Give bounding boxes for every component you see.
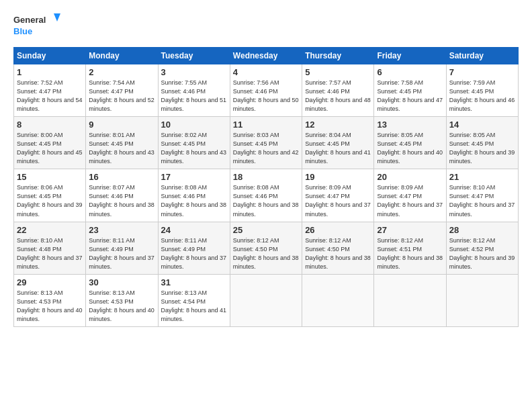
day-number: 20 — [377, 172, 443, 182]
day-number: 30 — [89, 277, 154, 287]
day-number: 17 — [161, 172, 227, 182]
col-header-tuesday: Tuesday — [158, 48, 230, 64]
calendar-cell: 24Sunrise: 8:11 AMSunset: 4:49 PMDayligh… — [158, 222, 230, 274]
calendar-cell: 6Sunrise: 7:58 AMSunset: 4:45 PMDaylight… — [374, 64, 446, 117]
calendar-cell: 2Sunrise: 7:54 AMSunset: 4:47 PMDaylight… — [86, 64, 158, 117]
day-number: 28 — [449, 225, 515, 235]
header: General Blue — [13, 12, 519, 40]
day-number: 13 — [377, 120, 443, 130]
calendar-cell: 31Sunrise: 8:13 AMSunset: 4:54 PMDayligh… — [158, 274, 230, 326]
day-number: 9 — [89, 120, 154, 130]
day-info: Sunrise: 8:03 AMSunset: 4:45 PMDaylight:… — [233, 132, 299, 165]
day-info: Sunrise: 8:09 AMSunset: 4:47 PMDaylight:… — [377, 184, 443, 217]
calendar-cell: 29Sunrise: 8:13 AMSunset: 4:53 PMDayligh… — [14, 274, 86, 326]
day-number: 25 — [233, 225, 299, 235]
calendar-cell: 8Sunrise: 8:00 AMSunset: 4:45 PMDaylight… — [14, 117, 86, 169]
calendar-cell: 3Sunrise: 7:55 AMSunset: 4:46 PMDaylight… — [158, 64, 230, 117]
logo-svg: General Blue — [13, 12, 60, 40]
day-info: Sunrise: 8:09 AMSunset: 4:47 PMDaylight:… — [305, 184, 371, 217]
calendar-cell: 21Sunrise: 8:10 AMSunset: 4:47 PMDayligh… — [446, 169, 518, 222]
calendar-cell: 25Sunrise: 8:12 AMSunset: 4:50 PMDayligh… — [230, 222, 302, 274]
day-number: 27 — [377, 225, 443, 235]
day-info: Sunrise: 7:59 AMSunset: 4:45 PMDaylight:… — [449, 79, 515, 112]
calendar-cell: 13Sunrise: 8:05 AMSunset: 4:45 PMDayligh… — [374, 117, 446, 169]
day-number: 16 — [89, 172, 154, 182]
day-number: 15 — [17, 172, 83, 182]
day-number: 12 — [305, 120, 371, 130]
svg-marker-1 — [54, 13, 60, 21]
calendar-cell — [374, 274, 446, 326]
day-number: 18 — [233, 172, 299, 182]
day-info: Sunrise: 7:57 AMSunset: 4:46 PMDaylight:… — [305, 79, 371, 112]
day-number: 31 — [161, 277, 227, 287]
calendar-cell: 5Sunrise: 7:57 AMSunset: 4:46 PMDaylight… — [302, 64, 374, 117]
calendar-cell: 7Sunrise: 7:59 AMSunset: 4:45 PMDaylight… — [446, 64, 518, 117]
calendar-cell: 20Sunrise: 8:09 AMSunset: 4:47 PMDayligh… — [374, 169, 446, 222]
calendar-cell — [230, 274, 302, 326]
day-info: Sunrise: 7:56 AMSunset: 4:46 PMDaylight:… — [233, 79, 299, 112]
svg-text:General: General — [13, 15, 46, 25]
calendar-cell: 16Sunrise: 8:07 AMSunset: 4:46 PMDayligh… — [86, 169, 158, 222]
day-number: 7 — [449, 67, 515, 77]
day-info: Sunrise: 8:08 AMSunset: 4:46 PMDaylight:… — [161, 184, 227, 217]
calendar-cell: 22Sunrise: 8:10 AMSunset: 4:48 PMDayligh… — [14, 222, 86, 274]
day-info: Sunrise: 8:11 AMSunset: 4:49 PMDaylight:… — [89, 237, 154, 270]
day-info: Sunrise: 8:13 AMSunset: 4:53 PMDaylight:… — [89, 289, 154, 322]
page: General Blue SundayMondayTuesdayWednesda… — [0, 0, 532, 411]
day-number: 4 — [233, 67, 299, 77]
day-number: 22 — [17, 225, 83, 235]
day-info: Sunrise: 8:05 AMSunset: 4:45 PMDaylight:… — [377, 132, 443, 165]
calendar-cell: 14Sunrise: 8:05 AMSunset: 4:45 PMDayligh… — [446, 117, 518, 169]
day-info: Sunrise: 8:13 AMSunset: 4:53 PMDaylight:… — [17, 289, 83, 322]
calendar-cell: 4Sunrise: 7:56 AMSunset: 4:46 PMDaylight… — [230, 64, 302, 117]
day-info: Sunrise: 8:12 AMSunset: 4:50 PMDaylight:… — [305, 237, 371, 270]
day-info: Sunrise: 8:08 AMSunset: 4:46 PMDaylight:… — [233, 184, 299, 217]
day-number: 26 — [305, 225, 371, 235]
calendar-cell: 28Sunrise: 8:12 AMSunset: 4:52 PMDayligh… — [446, 222, 518, 274]
col-header-wednesday: Wednesday — [230, 48, 302, 64]
day-number: 14 — [449, 120, 515, 130]
calendar-cell: 27Sunrise: 8:12 AMSunset: 4:51 PMDayligh… — [374, 222, 446, 274]
calendar-cell: 19Sunrise: 8:09 AMSunset: 4:47 PMDayligh… — [302, 169, 374, 222]
day-info: Sunrise: 8:00 AMSunset: 4:45 PMDaylight:… — [17, 132, 83, 165]
day-number: 23 — [89, 225, 154, 235]
day-number: 3 — [161, 67, 227, 77]
day-number: 6 — [377, 67, 443, 77]
day-info: Sunrise: 8:13 AMSunset: 4:54 PMDaylight:… — [161, 289, 227, 322]
calendar-cell: 9Sunrise: 8:01 AMSunset: 4:45 PMDaylight… — [86, 117, 158, 169]
col-header-thursday: Thursday — [302, 48, 374, 64]
calendar-table: SundayMondayTuesdayWednesdayThursdayFrid… — [13, 47, 519, 327]
day-info: Sunrise: 8:10 AMSunset: 4:48 PMDaylight:… — [17, 237, 83, 270]
week-row-5: 29Sunrise: 8:13 AMSunset: 4:53 PMDayligh… — [14, 274, 519, 326]
calendar-cell: 12Sunrise: 8:04 AMSunset: 4:45 PMDayligh… — [302, 117, 374, 169]
day-info: Sunrise: 8:05 AMSunset: 4:45 PMDaylight:… — [449, 132, 515, 165]
col-header-saturday: Saturday — [446, 48, 518, 64]
calendar-cell: 26Sunrise: 8:12 AMSunset: 4:50 PMDayligh… — [302, 222, 374, 274]
day-number: 19 — [305, 172, 371, 182]
day-number: 10 — [161, 120, 227, 130]
calendar-cell: 18Sunrise: 8:08 AMSunset: 4:46 PMDayligh… — [230, 169, 302, 222]
day-number: 2 — [89, 67, 154, 77]
col-header-sunday: Sunday — [14, 48, 86, 64]
day-number: 29 — [17, 277, 83, 287]
calendar-cell — [302, 274, 374, 326]
col-header-friday: Friday — [374, 48, 446, 64]
day-info: Sunrise: 8:12 AMSunset: 4:50 PMDaylight:… — [233, 237, 299, 270]
day-info: Sunrise: 7:58 AMSunset: 4:45 PMDaylight:… — [377, 79, 443, 112]
day-info: Sunrise: 8:04 AMSunset: 4:45 PMDaylight:… — [305, 132, 371, 165]
calendar-cell: 23Sunrise: 8:11 AMSunset: 4:49 PMDayligh… — [86, 222, 158, 274]
week-row-4: 22Sunrise: 8:10 AMSunset: 4:48 PMDayligh… — [14, 222, 519, 274]
week-row-1: 1Sunrise: 7:52 AMSunset: 4:47 PMDaylight… — [14, 64, 519, 117]
week-row-3: 15Sunrise: 8:06 AMSunset: 4:45 PMDayligh… — [14, 169, 519, 222]
calendar-cell — [446, 274, 518, 326]
day-number: 1 — [17, 67, 83, 77]
day-info: Sunrise: 8:11 AMSunset: 4:49 PMDaylight:… — [161, 237, 227, 270]
calendar-cell: 11Sunrise: 8:03 AMSunset: 4:45 PMDayligh… — [230, 117, 302, 169]
day-info: Sunrise: 7:52 AMSunset: 4:47 PMDaylight:… — [17, 79, 83, 112]
day-info: Sunrise: 8:07 AMSunset: 4:46 PMDaylight:… — [89, 184, 154, 217]
day-number: 11 — [233, 120, 299, 130]
svg-text:Blue: Blue — [13, 26, 32, 36]
day-info: Sunrise: 8:12 AMSunset: 4:51 PMDaylight:… — [377, 237, 443, 270]
day-info: Sunrise: 8:02 AMSunset: 4:45 PMDaylight:… — [161, 132, 227, 165]
calendar-cell: 15Sunrise: 8:06 AMSunset: 4:45 PMDayligh… — [14, 169, 86, 222]
